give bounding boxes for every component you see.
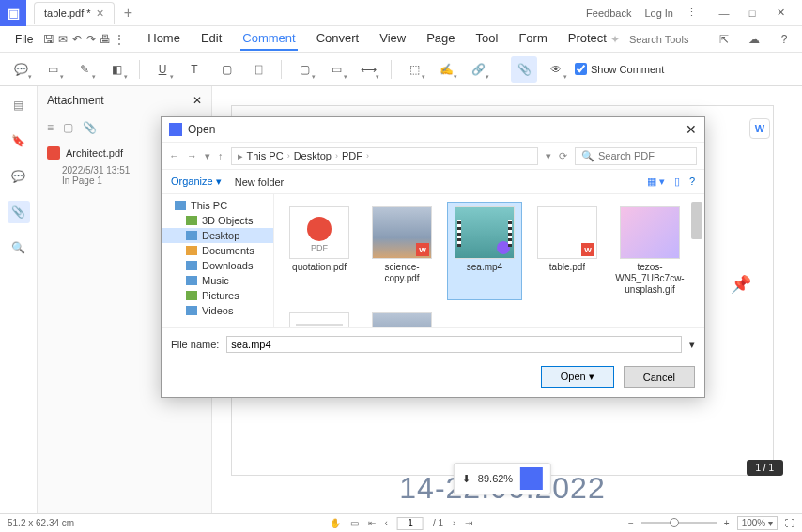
file-item[interactable]: quotation.pdf (282, 202, 357, 300)
highlight-tool[interactable]: ▭ (39, 56, 66, 83)
menu-page[interactable]: Page (424, 27, 456, 51)
search-icon[interactable]: 🔍 (8, 236, 30, 259)
menu-view[interactable]: View (378, 27, 408, 51)
attachment-tool[interactable]: 📎 (511, 56, 537, 83)
bookmarks-icon[interactable]: 🔖 (8, 129, 30, 152)
refresh-icon[interactable]: ⟳ (559, 150, 567, 162)
close-window-button[interactable]: ✕ (766, 0, 794, 26)
undo-icon[interactable]: ↶ (70, 29, 83, 50)
paperclip-icon[interactable]: 📎 (83, 121, 97, 134)
comments-icon[interactable]: 💬 (8, 165, 30, 188)
text-tool[interactable]: T (181, 56, 208, 83)
zoom-select[interactable]: 100% ▾ (737, 516, 778, 530)
file-item[interactable] (282, 308, 357, 327)
zoom-in-icon[interactable]: + (724, 518, 730, 528)
nav-forward-icon[interactable]: → (187, 150, 197, 161)
first-page-icon[interactable]: ⇤ (368, 518, 376, 528)
eraser-tool[interactable]: ◧ (103, 56, 130, 83)
show-comment-checkbox[interactable] (575, 63, 587, 75)
menu-home[interactable]: Home (146, 27, 182, 51)
dialog-search[interactable]: 🔍 (575, 147, 697, 165)
search-tools-input[interactable] (629, 34, 704, 45)
feedback-link[interactable]: Feedback (586, 8, 631, 19)
pencil-tool[interactable]: ✎ (71, 56, 98, 83)
file-item[interactable]: sea.mp4 (447, 202, 522, 300)
print-icon[interactable]: 🖶 (99, 29, 111, 50)
stamp-tool[interactable]: ⬚ (401, 56, 427, 83)
next-page-icon[interactable]: › (453, 518, 455, 528)
show-comment-toggle[interactable]: Show Comment (575, 63, 664, 75)
dialog-search-input[interactable] (598, 150, 690, 161)
pin-icon[interactable]: 📌 (731, 274, 751, 295)
list-view-icon[interactable]: ≡ (47, 121, 54, 134)
word-export-badge[interactable]: W (749, 118, 770, 139)
attachments-icon[interactable]: 📎 (8, 201, 30, 223)
last-page-icon[interactable]: ⇥ (465, 518, 472, 528)
hide-tool[interactable]: 👁 (543, 56, 569, 83)
nav-up-icon[interactable]: ↑ (218, 150, 224, 161)
menu-tool[interactable]: Tool (474, 27, 501, 51)
note-tool[interactable]: 💬 (8, 56, 34, 83)
measure-tool[interactable]: ⟷ (355, 56, 381, 83)
nav-history-icon[interactable]: ▾ (205, 150, 210, 162)
organize-menu[interactable]: Organize ▾ (171, 175, 222, 188)
help-icon[interactable]: ? (689, 175, 695, 188)
new-tab-button[interactable]: + (124, 5, 132, 22)
zoom-float[interactable]: ⬇ 89.62% (454, 463, 551, 494)
mail-icon[interactable]: ✉ (56, 29, 69, 50)
menu-comment[interactable]: Comment (240, 27, 297, 51)
page-number-input[interactable] (397, 517, 424, 530)
filename-dropdown-icon[interactable]: ▾ (689, 339, 695, 351)
save-icon[interactable]: 🖫 (42, 29, 54, 50)
textbox-tool[interactable]: ▢ (213, 56, 239, 83)
tree-item[interactable]: 3D Objects (162, 213, 273, 228)
file-item[interactable]: Wscience-copy.pdf (364, 202, 440, 300)
new-folder-button[interactable]: New folder (235, 176, 285, 188)
breadcrumb-dropdown-icon[interactable]: ▾ (546, 150, 551, 162)
zoom-out-icon[interactable]: − (628, 518, 634, 528)
scrollbar[interactable] (691, 202, 702, 320)
cloud-icon[interactable]: ☁ (744, 29, 764, 50)
zoom-slider[interactable] (641, 522, 717, 524)
minimize-button[interactable]: — (710, 0, 738, 26)
select-tool-icon[interactable]: ▭ (350, 518, 359, 528)
fullscreen-icon[interactable]: ⛶ (785, 518, 794, 528)
menu-form[interactable]: Form (517, 27, 548, 51)
document-tab[interactable]: table.pdf * × (34, 2, 115, 24)
redo-icon[interactable]: ↷ (85, 29, 97, 50)
signature-tool[interactable]: ✍ (433, 56, 459, 83)
login-link[interactable]: Log In (644, 8, 673, 19)
share-icon[interactable]: ⇱ (714, 29, 734, 50)
tree-item[interactable]: Documents (162, 243, 273, 258)
dialog-close-icon[interactable]: ✕ (686, 122, 697, 137)
tree-item[interactable]: Videos (162, 303, 273, 318)
preview-pane-icon[interactable]: ▯ (674, 175, 680, 188)
shape-line-tool[interactable]: ▭ (323, 56, 349, 83)
wand-icon[interactable]: ✦ (610, 33, 620, 46)
crumb[interactable]: Desktop (294, 150, 332, 161)
maximize-button[interactable]: □ (738, 0, 766, 26)
crumb[interactable]: This PC (247, 150, 284, 161)
shape-rect-tool[interactable]: ▢ (291, 56, 317, 83)
tree-item[interactable]: Downloads (162, 258, 273, 273)
hand-tool-icon[interactable]: ✋ (330, 518, 341, 528)
menu-convert[interactable]: Convert (315, 27, 362, 51)
tree-item[interactable]: Pictures (162, 288, 273, 303)
underline-tool[interactable]: U (149, 56, 176, 83)
tree-item[interactable]: Desktop (162, 228, 273, 243)
menu-edit[interactable]: Edit (199, 27, 224, 51)
prev-page-icon[interactable]: ‹ (385, 518, 388, 528)
panel-close-icon[interactable]: ✕ (193, 94, 202, 107)
download-icon[interactable]: ⬇ (462, 473, 470, 485)
menu-protect[interactable]: Protect (566, 27, 609, 51)
link-tool[interactable]: 🔗 (465, 56, 491, 83)
nav-back-icon[interactable]: ← (169, 150, 179, 161)
add-icon[interactable]: ▢ (63, 121, 73, 134)
callout-tool[interactable]: ⎕ (245, 56, 271, 83)
filename-input[interactable] (226, 336, 682, 353)
tree-item[interactable]: This PC (162, 198, 273, 213)
thumbnails-icon[interactable]: ▤ (8, 94, 30, 116)
file-item[interactable]: tezos-WN5_7UBc7cw-unsplash.gif (612, 202, 687, 300)
file-item[interactable]: W (364, 308, 440, 327)
menu-more-icon[interactable]: ⋮ (686, 7, 697, 19)
